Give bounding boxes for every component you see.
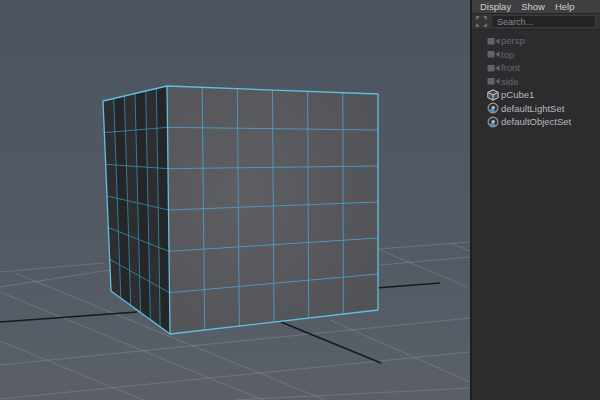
tree-item-defaultlightset[interactable]: defaultLightSet (472, 102, 600, 116)
tree-item-persp[interactable]: persp (472, 34, 600, 48)
tree-item-label: persp (501, 34, 525, 47)
pcube1-mesh[interactable] (103, 86, 378, 334)
tree-item-label: top (501, 48, 514, 61)
tree-item-defaultobjectset[interactable]: defaultObjectSet (472, 115, 600, 129)
tree-item-label: defaultLightSet (501, 102, 564, 115)
outliner-tree: persptopfrontsidepCube1defaultLightSetde… (472, 30, 600, 400)
tree-item-label: front (501, 61, 520, 74)
tree-item-label: defaultObjectSet (501, 115, 571, 128)
viewport-3d[interactable] (0, 0, 470, 400)
filter-icon[interactable] (476, 16, 487, 27)
tree-item-label: side (501, 75, 518, 88)
outliner-search-row (472, 14, 600, 30)
outliner-panel: DisplayShowHelp persptopfrontsidepCube1d… (470, 0, 600, 400)
outliner-menu-bar: DisplayShowHelp (472, 0, 600, 14)
tree-item-front[interactable]: front (472, 61, 600, 75)
search-input[interactable] (491, 15, 596, 28)
camera-icon (487, 36, 501, 46)
tree-item-label: pCube1 (501, 88, 534, 101)
tree-item-top[interactable]: top (472, 48, 600, 62)
cube-icon (487, 89, 501, 101)
menu-display[interactable]: Display (475, 0, 516, 13)
camera-icon (487, 76, 501, 86)
set-icon (487, 116, 501, 128)
menu-show[interactable]: Show (516, 0, 550, 13)
tree-item-side[interactable]: side (472, 75, 600, 89)
tree-item-pcube1[interactable]: pCube1 (472, 88, 600, 102)
viewport-canvas[interactable] (0, 0, 470, 400)
maya-window: DisplayShowHelp persptopfrontsidepCube1d… (0, 0, 600, 400)
set-icon (487, 102, 501, 114)
camera-icon (487, 63, 501, 73)
menu-help[interactable]: Help (550, 0, 580, 13)
camera-icon (487, 49, 501, 59)
